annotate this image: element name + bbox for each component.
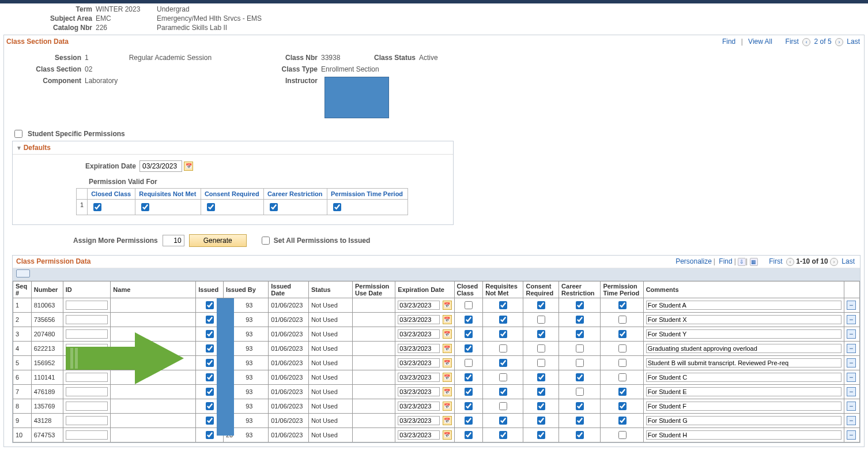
exp-date-input[interactable] [398, 315, 439, 324]
exp-date-input[interactable] [398, 358, 439, 367]
calendar-icon[interactable]: 📅 [443, 416, 452, 425]
delete-row-button[interactable]: − [847, 315, 856, 324]
exp-date-input[interactable] [398, 402, 439, 411]
req-not-met-checkbox[interactable] [499, 431, 507, 439]
calendar-icon[interactable]: 📅 [443, 358, 452, 367]
career-checkbox[interactable] [576, 316, 584, 324]
exp-date-input[interactable] [398, 301, 439, 310]
generate-button[interactable]: Generate [189, 234, 247, 247]
calendar-icon[interactable]: 📅 [443, 402, 452, 411]
cpd-last[interactable]: Last [840, 257, 856, 265]
closed-class-checkbox[interactable] [465, 373, 473, 381]
comments-input[interactable] [646, 402, 841, 411]
def-consent[interactable] [207, 203, 215, 211]
id-input[interactable] [66, 402, 108, 411]
id-input[interactable] [66, 301, 108, 310]
comments-input[interactable] [646, 315, 841, 324]
consent-checkbox[interactable] [537, 431, 545, 439]
calendar-icon[interactable]: 📅 [443, 430, 452, 440]
id-input[interactable] [66, 373, 108, 382]
closed-class-checkbox[interactable] [465, 431, 473, 439]
ptp-checkbox[interactable] [618, 373, 627, 381]
req-not-met-checkbox[interactable] [499, 316, 507, 324]
ptp-checkbox[interactable] [618, 330, 627, 338]
closed-class-checkbox[interactable] [465, 417, 473, 425]
closed-class-checkbox[interactable] [465, 402, 473, 410]
career-checkbox[interactable] [576, 417, 584, 425]
req-not-met-checkbox[interactable] [499, 388, 507, 396]
ptp-checkbox[interactable] [618, 431, 627, 439]
req-not-met-checkbox[interactable] [499, 301, 507, 309]
req-not-met-checkbox[interactable] [499, 402, 507, 410]
issued-checkbox[interactable] [206, 417, 214, 425]
delete-row-button[interactable]: − [847, 301, 856, 310]
comments-input[interactable] [646, 358, 841, 367]
closed-class-checkbox[interactable] [465, 316, 473, 324]
issued-checkbox[interactable] [206, 316, 214, 324]
issued-checkbox[interactable] [206, 402, 214, 410]
id-input[interactable] [66, 416, 108, 425]
career-checkbox[interactable] [576, 344, 584, 352]
exp-date-input[interactable] [398, 416, 439, 425]
id-input[interactable] [66, 315, 108, 324]
nav-find[interactable]: Find [720, 38, 737, 46]
consent-checkbox[interactable] [537, 417, 545, 425]
closed-class-checkbox[interactable] [465, 359, 473, 367]
comments-input[interactable] [646, 373, 841, 382]
consent-checkbox[interactable] [537, 316, 545, 324]
cpd-next-icon[interactable]: › [830, 258, 838, 266]
id-input[interactable] [66, 387, 108, 396]
delete-row-button[interactable]: − [847, 373, 856, 382]
career-checkbox[interactable] [576, 359, 584, 367]
def-career[interactable] [270, 203, 278, 211]
req-not-met-checkbox[interactable] [499, 359, 507, 367]
def-req-not-met[interactable] [141, 203, 149, 211]
delete-row-button[interactable]: − [847, 344, 856, 353]
req-not-met-checkbox[interactable] [499, 373, 507, 381]
nav-next-icon[interactable]: › [835, 38, 843, 46]
set-all-issued-checkbox[interactable] [262, 237, 270, 245]
issued-checkbox[interactable] [206, 330, 214, 338]
career-checkbox[interactable] [576, 402, 584, 410]
delete-row-button[interactable]: − [847, 358, 856, 367]
cpd-prev-icon[interactable]: ‹ [786, 258, 794, 266]
expiration-input[interactable] [139, 160, 182, 172]
zoom-icon[interactable]: ▦ [750, 258, 758, 266]
def-closed-class[interactable] [93, 203, 101, 211]
ptp-checkbox[interactable] [618, 402, 627, 410]
issued-checkbox[interactable] [206, 373, 214, 381]
exp-date-input[interactable] [398, 387, 439, 396]
consent-checkbox[interactable] [537, 373, 545, 381]
defaults-title[interactable]: Defaults [13, 141, 453, 155]
career-checkbox[interactable] [576, 373, 584, 381]
issued-checkbox[interactable] [206, 359, 214, 367]
nav-prev-icon[interactable]: ‹ [802, 38, 810, 46]
delete-row-button[interactable]: − [847, 387, 856, 396]
calendar-icon[interactable]: 📅 [443, 373, 452, 382]
calendar-icon[interactable]: 📅 [443, 387, 452, 396]
nav-first[interactable]: First [784, 38, 801, 46]
student-specific-checkbox[interactable] [14, 130, 22, 138]
ptp-checkbox[interactable] [618, 316, 627, 324]
calendar-icon[interactable]: 📅 [184, 162, 193, 171]
nav-viewall[interactable]: View All [746, 38, 774, 46]
consent-checkbox[interactable] [537, 359, 545, 367]
delete-row-button[interactable]: − [847, 430, 856, 440]
comments-input[interactable] [646, 329, 841, 339]
comments-input[interactable] [646, 301, 841, 310]
cpd-personalize[interactable]: Personalize [674, 257, 714, 265]
id-input[interactable] [66, 430, 108, 440]
calendar-icon[interactable]: 📅 [443, 301, 452, 310]
ptp-checkbox[interactable] [618, 301, 627, 309]
assign-count-input[interactable] [163, 235, 184, 246]
def-ptp[interactable] [333, 203, 341, 211]
closed-class-checkbox[interactable] [465, 301, 473, 309]
req-not-met-checkbox[interactable] [499, 330, 507, 338]
issued-checkbox[interactable] [206, 344, 214, 352]
comments-input[interactable] [646, 344, 841, 353]
id-input[interactable] [66, 344, 108, 353]
delete-row-button[interactable]: − [847, 402, 856, 411]
id-input[interactable] [66, 358, 108, 367]
issued-checkbox[interactable] [206, 431, 214, 439]
closed-class-checkbox[interactable] [465, 344, 473, 352]
